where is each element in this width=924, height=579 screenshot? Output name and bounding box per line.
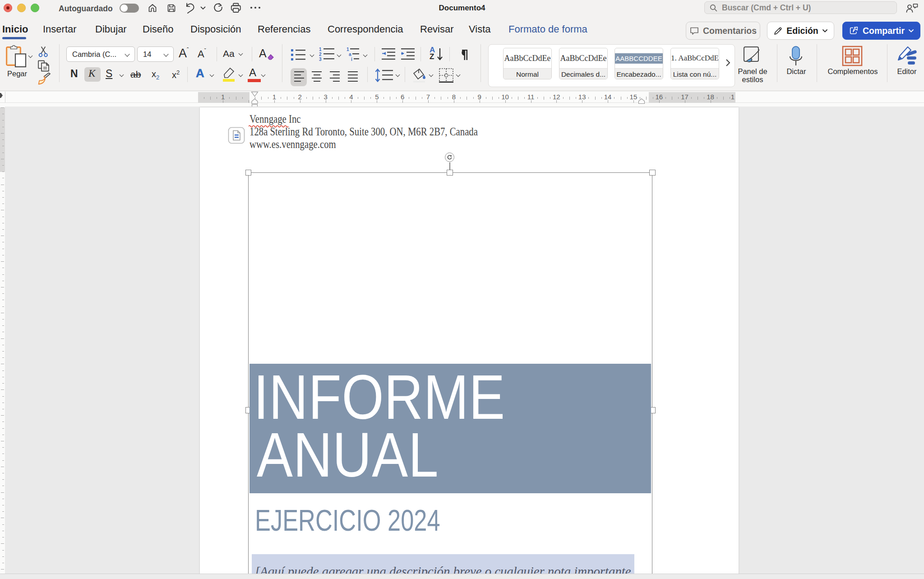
svg-text:1: 1 (346, 47, 349, 52)
svg-text:a: a (349, 52, 351, 57)
svg-text:3: 3 (319, 57, 322, 61)
svg-text:i: i (351, 57, 352, 61)
svg-text:1: 1 (319, 47, 322, 52)
svg-text:2: 2 (319, 52, 322, 57)
